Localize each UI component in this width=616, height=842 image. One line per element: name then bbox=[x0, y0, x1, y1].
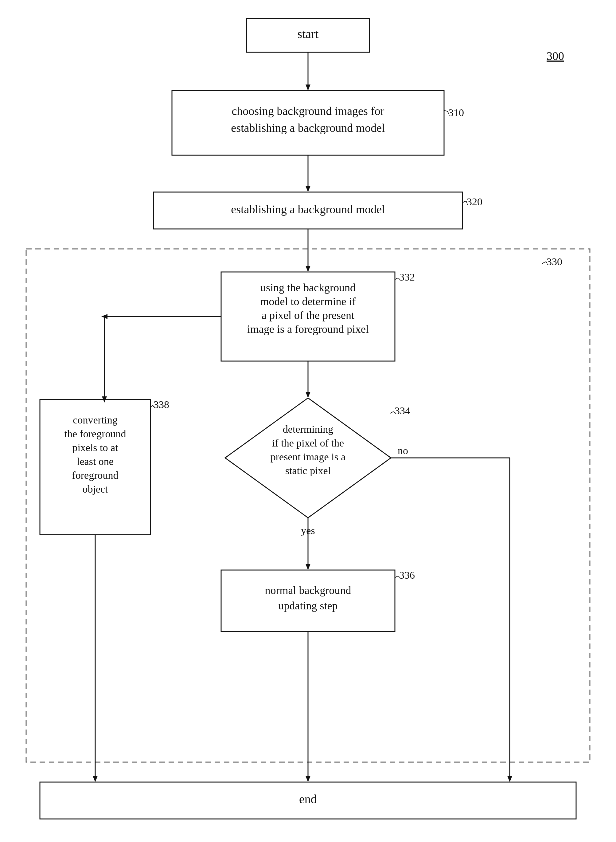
svg-marker-6 bbox=[305, 266, 311, 272]
svg-marker-1 bbox=[305, 85, 311, 91]
svg-marker-8 bbox=[305, 392, 311, 398]
end-label: end bbox=[299, 792, 317, 806]
step338-line2: the foreground bbox=[64, 428, 126, 439]
step310-line2: establishing a background model bbox=[231, 121, 385, 134]
step338-line1: converting bbox=[73, 414, 117, 426]
diagram-container: 300 start choosing background images for… bbox=[0, 0, 616, 842]
step332-line1: using the background bbox=[260, 282, 356, 294]
svg-marker-4 bbox=[305, 186, 311, 192]
step334-line1: determining bbox=[283, 423, 333, 435]
svg-marker-21 bbox=[507, 776, 512, 782]
ref-334: 334 bbox=[395, 405, 410, 416]
step336-line2: updating step bbox=[279, 600, 338, 612]
no-label: no bbox=[397, 445, 408, 456]
step320-label: establishing a background model bbox=[231, 203, 385, 216]
svg-marker-14 bbox=[305, 776, 311, 782]
step310-line1: choosing background images for bbox=[232, 104, 384, 118]
step338-line3: pixels to at bbox=[72, 442, 118, 453]
step334-line4: static pixel bbox=[285, 465, 331, 476]
ref-320: 320 bbox=[467, 196, 483, 207]
step338-line4: least one bbox=[77, 456, 114, 467]
ref-332: 332 bbox=[399, 271, 415, 283]
step338-line6: object bbox=[82, 483, 108, 495]
start-label: start bbox=[298, 27, 319, 41]
ref-338: 338 bbox=[154, 399, 169, 410]
step334-line2: if the pixel of the bbox=[272, 437, 344, 449]
ref-336: 336 bbox=[399, 569, 415, 581]
step334-line3: present image is a bbox=[271, 451, 346, 463]
step332-line2: model to determine if bbox=[260, 295, 356, 308]
svg-marker-20 bbox=[93, 776, 98, 782]
ref-330: 330 bbox=[547, 256, 562, 267]
svg-marker-12 bbox=[305, 564, 311, 570]
step332-line3: a pixel of the present bbox=[262, 309, 354, 322]
ref-300: 300 bbox=[547, 50, 564, 62]
ref-310: 310 bbox=[448, 107, 464, 118]
step338-line5: foreground bbox=[72, 470, 118, 481]
step332-line4: image is a foreground pixel bbox=[247, 323, 369, 335]
step336-line1: normal background bbox=[265, 584, 351, 597]
